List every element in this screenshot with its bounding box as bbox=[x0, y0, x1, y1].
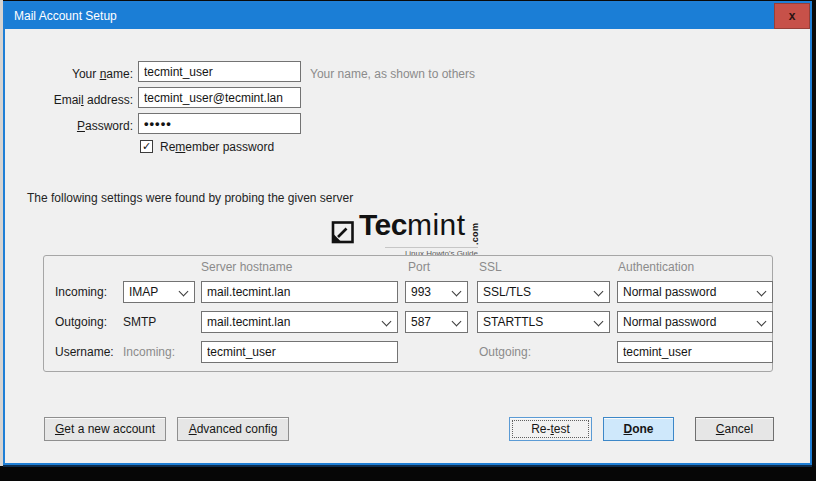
mail-account-setup-dialog: Mail Account Setup x Your name: Your nam… bbox=[3, 1, 812, 465]
outgoing-port-select[interactable]: 587 bbox=[405, 311, 468, 333]
tecmint-tld-text: .com bbox=[470, 223, 480, 245]
your-name-input[interactable] bbox=[138, 61, 301, 82]
your-name-hint: Your name, as shown to others bbox=[310, 67, 475, 81]
password-label: Password: bbox=[15, 119, 133, 133]
incoming-port-select[interactable]: 993 bbox=[405, 281, 468, 303]
tecmint-brand-text: Tecmint bbox=[359, 208, 466, 242]
remember-password-label[interactable]: Remember password bbox=[160, 140, 274, 154]
incoming-ssl-select[interactable]: SSL/TLS bbox=[477, 281, 610, 303]
your-name-label: Your name: bbox=[15, 67, 133, 81]
remember-password-checkbox[interactable]: ✓ bbox=[140, 140, 153, 153]
cancel-button[interactable]: Cancel bbox=[695, 417, 774, 441]
incoming-protocol-value: IMAP bbox=[129, 285, 158, 299]
chevron-down-icon bbox=[594, 317, 604, 327]
chevron-down-icon bbox=[452, 317, 462, 327]
username-row-label: Username: bbox=[55, 345, 114, 359]
brand-light: mint bbox=[407, 208, 466, 241]
probe-result-message: The following settings were found by pro… bbox=[27, 191, 353, 205]
chevron-down-icon bbox=[594, 287, 604, 297]
get-new-account-button[interactable]: Get a new account bbox=[44, 417, 166, 441]
chevron-down-icon bbox=[757, 317, 767, 327]
outgoing-ssl-value: STARTTLS bbox=[483, 315, 543, 329]
brand-bold: Tec bbox=[359, 208, 407, 241]
chevron-down-icon bbox=[452, 287, 462, 297]
tecmint-logo: Tecmint .com Linux Howto's Guide bbox=[330, 214, 490, 258]
close-button[interactable]: x bbox=[774, 3, 810, 29]
incoming-auth-select[interactable]: Normal password bbox=[617, 281, 773, 303]
close-icon: x bbox=[789, 9, 796, 23]
column-header-port: Port bbox=[408, 260, 430, 274]
tecmint-arrow-icon bbox=[330, 220, 355, 245]
outgoing-ssl-select[interactable]: STARTTLS bbox=[477, 311, 610, 333]
title-bar[interactable]: Mail Account Setup x bbox=[5, 3, 810, 29]
incoming-hostname-input[interactable] bbox=[201, 281, 398, 303]
logo-divider bbox=[385, 247, 478, 248]
background-bottom-band bbox=[0, 466, 816, 481]
column-header-hostname: Server hostname bbox=[201, 260, 292, 274]
outgoing-port-value: 587 bbox=[411, 315, 431, 329]
outgoing-hostname-value: mail.tecmint.lan bbox=[207, 315, 290, 329]
username-outgoing-label: Outgoing: bbox=[479, 345, 531, 359]
outgoing-auth-select[interactable]: Normal password bbox=[617, 311, 773, 333]
username-incoming-label: Incoming: bbox=[123, 345, 175, 359]
dialog-title: Mail Account Setup bbox=[14, 3, 117, 29]
outgoing-auth-value: Normal password bbox=[623, 315, 716, 329]
email-address-input[interactable] bbox=[138, 87, 301, 108]
incoming-port-value: 993 bbox=[411, 285, 431, 299]
password-input[interactable] bbox=[138, 113, 301, 134]
column-header-authentication: Authentication bbox=[618, 260, 694, 274]
outgoing-protocol-text: SMTP bbox=[123, 315, 156, 329]
incoming-row-label: Incoming: bbox=[55, 285, 107, 299]
retest-button[interactable]: Re-test bbox=[509, 417, 592, 441]
column-header-ssl: SSL bbox=[479, 260, 502, 274]
incoming-protocol-select[interactable]: IMAP bbox=[123, 281, 195, 303]
advanced-config-button[interactable]: Advanced config bbox=[177, 417, 289, 441]
done-button[interactable]: Done bbox=[603, 417, 674, 441]
chevron-down-icon bbox=[179, 287, 189, 297]
outgoing-row-label: Outgoing: bbox=[55, 315, 107, 329]
email-address-label: Email address: bbox=[15, 93, 133, 107]
incoming-ssl-value: SSL/TLS bbox=[483, 285, 531, 299]
checkmark-icon: ✓ bbox=[141, 141, 152, 152]
outgoing-hostname-select[interactable]: mail.tecmint.lan bbox=[201, 311, 398, 333]
username-outgoing-input[interactable] bbox=[617, 341, 773, 363]
screen: Mail Account Setup x Your name: Your nam… bbox=[0, 0, 816, 481]
chevron-down-icon bbox=[757, 287, 767, 297]
username-incoming-input[interactable] bbox=[201, 341, 398, 363]
incoming-auth-value: Normal password bbox=[623, 285, 716, 299]
chevron-down-icon bbox=[382, 317, 392, 327]
